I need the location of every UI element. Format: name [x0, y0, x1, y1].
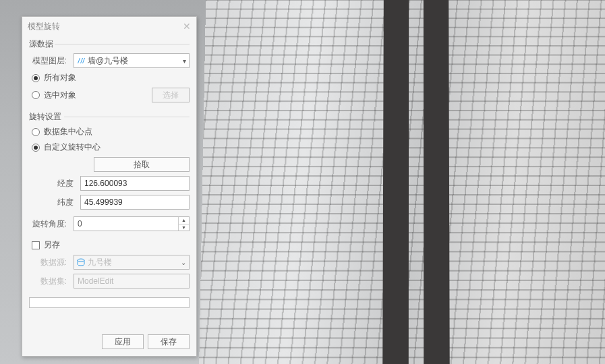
svg-point-0: [78, 259, 84, 262]
building-model: [198, 0, 605, 364]
chevron-down-icon: ⌄: [181, 259, 186, 266]
radio-icon: [32, 74, 40, 82]
dataset-label: 数据集:: [29, 276, 69, 287]
spinner-buttons[interactable]: ▲ ▼: [178, 217, 189, 231]
radio-selected-objects-label: 选中对象: [44, 90, 76, 101]
rotation-angle-label: 旋转角度:: [29, 218, 69, 230]
save-button[interactable]: 保存: [148, 334, 190, 349]
save-as-label: 另存: [44, 239, 60, 251]
rotation-angle-input[interactable]: 0 ▲ ▼: [74, 216, 190, 231]
datasource-combo: 九号楼 ⌄: [74, 255, 190, 270]
radio-all-objects-label: 所有对象: [44, 72, 76, 84]
dialog-title: 模型旋转: [28, 21, 60, 32]
section-source-data: 源数据: [22, 36, 196, 51]
radio-dataset-center-label: 数据集中心点: [44, 126, 92, 138]
datasource-icon: [77, 258, 85, 266]
checkbox-icon: [32, 241, 40, 249]
pick-button[interactable]: 拾取: [94, 157, 190, 172]
longitude-input[interactable]: [80, 176, 190, 191]
radio-custom-center-label: 自定义旋转中心: [44, 142, 100, 153]
model-layer-label: 模型图层:: [29, 55, 69, 67]
radio-icon: [32, 144, 40, 152]
datasource-value: 九号楼: [88, 257, 112, 268]
radio-selected-objects[interactable]: 选中对象: [32, 90, 76, 101]
dialog-titlebar[interactable]: 模型旋转 ✕: [22, 17, 196, 36]
model-layer-value: 墙@九号楼: [88, 55, 128, 67]
longitude-label: 经度: [29, 178, 76, 189]
save-as-checkbox-row[interactable]: 另存: [22, 237, 196, 253]
select-button: 选择: [152, 88, 190, 102]
progress-bar: [29, 297, 190, 308]
latitude-label: 纬度: [29, 197, 76, 208]
model-layer-combo[interactable]: 墙@九号楼 ▾: [74, 53, 190, 68]
close-icon[interactable]: ✕: [183, 21, 191, 32]
apply-button[interactable]: 应用: [102, 334, 144, 349]
dataset-input: [74, 274, 190, 289]
latitude-input[interactable]: [80, 195, 190, 210]
spin-down-icon[interactable]: ▼: [179, 224, 189, 231]
radio-dataset-center[interactable]: 数据集中心点: [22, 124, 196, 140]
radio-all-objects[interactable]: 所有对象: [22, 70, 196, 86]
layer-icon: [77, 57, 85, 65]
spin-up-icon[interactable]: ▲: [179, 217, 189, 224]
chevron-down-icon: ▾: [183, 57, 186, 65]
model-rotate-dialog: 模型旋转 ✕ 源数据 模型图层: 墙@九号楼 ▾ 所有对象 选中对象 选择 旋转…: [22, 16, 197, 357]
radio-icon: [32, 128, 40, 136]
rotation-angle-value: 0: [78, 219, 82, 229]
section-rotation: 旋转设置: [22, 109, 196, 124]
radio-icon: [32, 91, 40, 99]
datasource-label: 数据源:: [29, 257, 69, 268]
radio-custom-center[interactable]: 自定义旋转中心: [22, 140, 196, 155]
